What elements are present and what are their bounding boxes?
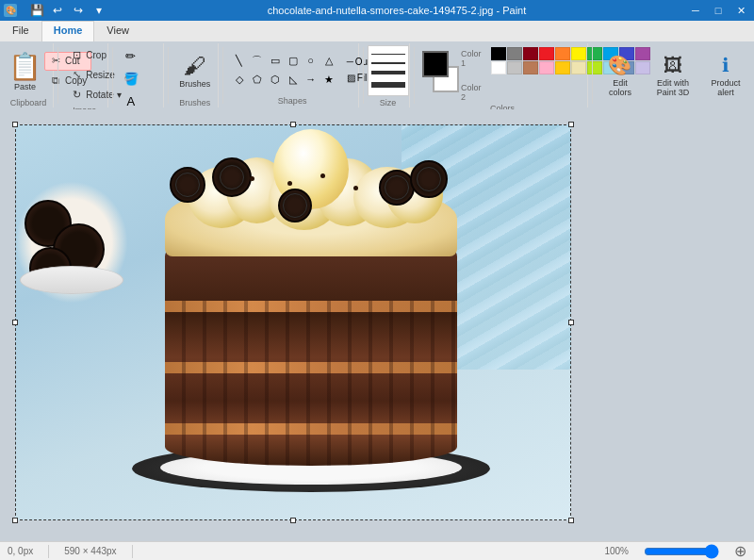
copy-icon: ⧉ <box>49 74 62 88</box>
paint3d-icon: 🖼 <box>664 55 682 76</box>
brushes-group: 🖌 Brushes Brushes <box>172 43 219 107</box>
size-selector[interactable] <box>368 45 409 96</box>
shape-rect[interactable]: ▭ <box>267 52 284 69</box>
handle-bottom-center[interactable] <box>290 518 296 523</box>
handle-middle-left[interactable] <box>12 320 18 325</box>
swatch-red[interactable] <box>539 47 554 60</box>
shapes-group: ╲ ⌒ ▭ ▢ ○ △ ◇ ⬠ ⬡ ◺ → ★ <box>227 43 359 107</box>
product-alert-icon: ℹ <box>722 54 729 76</box>
pencil-tool[interactable]: ✏ <box>121 45 141 66</box>
handle-top-center[interactable] <box>290 122 296 127</box>
product-alert-button[interactable]: ℹ Product alert <box>701 50 750 101</box>
handle-top-right[interactable] <box>568 122 574 127</box>
product-alert-label: Product alert <box>711 78 740 97</box>
image-group: ⊡ Crop ⤡ Resize ↻ Rotate ▾ Image <box>61 43 108 107</box>
paste-label: Paste <box>14 82 36 91</box>
swatch-darkred[interactable] <box>523 47 538 60</box>
status-zoom: 100% <box>604 546 629 556</box>
shape-arrow-right[interactable]: → <box>303 71 320 88</box>
handle-middle-right[interactable] <box>568 320 574 325</box>
swatch-gray[interactable] <box>507 47 522 60</box>
swatch-brown[interactable] <box>523 61 538 74</box>
cake-top <box>156 162 467 256</box>
main-area <box>0 109 754 541</box>
handle-bottom-right[interactable] <box>568 518 574 523</box>
shape-ellipse[interactable]: ○ <box>303 52 320 69</box>
swatch-lightgray[interactable] <box>507 61 522 74</box>
fill-tool[interactable]: 🪣 <box>121 68 141 89</box>
app-window: 🎨 💾 ↩ ↪ ▾ chocolate-and-nutella-smores-c… <box>0 0 754 560</box>
color2-label: Color 2 <box>461 83 485 102</box>
edit-colors-button[interactable]: 🎨 Edit colors <box>596 50 645 101</box>
quick-access-dropdown[interactable]: ▾ <box>90 2 107 19</box>
edit-colors-icon: 🎨 <box>608 54 631 76</box>
resize-icon: ⤡ <box>70 68 83 81</box>
swatch-cream[interactable] <box>571 61 586 74</box>
color1-box[interactable] <box>422 51 449 77</box>
brushes-group-label: Brushes <box>175 96 214 107</box>
redo-quick-btn[interactable]: ↪ <box>70 2 87 19</box>
shape-star[interactable]: ★ <box>320 71 337 88</box>
status-dimensions: 590 × 443px <box>64 546 116 556</box>
status-sep-1 <box>48 545 49 558</box>
shape-right-triangle[interactable]: ◺ <box>285 71 302 88</box>
handle-bottom-left[interactable] <box>12 518 18 523</box>
app-icon: 🎨 <box>4 4 17 17</box>
oreo-top-4 <box>410 160 448 198</box>
shape-hexagon[interactable]: ⬡ <box>267 71 284 88</box>
tab-home[interactable]: Home <box>41 21 95 41</box>
canvas-area <box>0 109 754 541</box>
close-button[interactable]: ✕ <box>731 3 750 18</box>
size-line-4 <box>371 82 405 88</box>
canvas-image[interactable] <box>15 124 571 520</box>
swatch-gold[interactable] <box>555 61 570 74</box>
swatch-black[interactable] <box>491 47 506 60</box>
shape-diamond[interactable]: ◇ <box>231 71 248 88</box>
edit-colors-label: Edit colors <box>609 78 631 97</box>
size-line-3 <box>371 71 405 74</box>
save-quick-btn[interactable]: 💾 <box>28 2 45 19</box>
status-coordinates: 0, 0px <box>8 546 33 556</box>
tab-file[interactable]: File <box>0 21 41 41</box>
shape-pentagon[interactable]: ⬠ <box>249 71 266 88</box>
oreo-top-5 <box>278 189 312 222</box>
shape-curve[interactable]: ⌒ <box>249 52 266 69</box>
crop-label: Crop <box>86 50 107 60</box>
size-line-1 <box>371 54 405 55</box>
swatch-yellow[interactable] <box>571 47 586 60</box>
tab-view[interactable]: View <box>94 21 141 41</box>
swatch-white[interactable] <box>491 61 506 74</box>
text-tool[interactable]: A <box>121 91 141 111</box>
resize-label: Resize <box>86 70 115 80</box>
brushes-icon: 🖌 <box>184 53 206 79</box>
cake-body <box>165 249 457 466</box>
swatch-orange[interactable] <box>555 47 570 60</box>
tools-group: ✏ 🪣 A ◻ 💧 🔍 Tools <box>117 43 164 107</box>
shape-triangle[interactable]: △ <box>320 52 337 69</box>
shape-line[interactable]: ╲ <box>231 52 248 69</box>
crumble-2 <box>287 181 292 186</box>
zoom-in-icon[interactable]: ⊕ <box>734 542 746 560</box>
colors-group: Color 1 Color 2 <box>418 43 588 107</box>
chocolate-drip <box>165 301 457 466</box>
edit-paint3d-button[interactable]: 🖼 Edit with Paint 3D <box>648 50 697 101</box>
zoom-slider[interactable] <box>644 545 719 558</box>
shapes-grid: ╲ ⌒ ▭ ▢ ○ △ ◇ ⬠ ⬡ ◺ → ★ <box>231 52 337 88</box>
shape-rect-round[interactable]: ▢ <box>285 52 302 69</box>
maximize-button[interactable]: □ <box>709 3 728 18</box>
clipboard-label: Clipboard <box>8 96 49 107</box>
undo-quick-btn[interactable]: ↩ <box>49 2 66 19</box>
crumble-1 <box>250 176 254 181</box>
size-group: Size <box>367 43 410 107</box>
paste-button[interactable]: 📋 Paste <box>8 45 42 96</box>
fill-icon: ▨ <box>347 73 355 83</box>
edit-paint3d-label: Edit with Paint 3D <box>657 78 690 97</box>
minimize-button[interactable]: ─ <box>686 3 705 18</box>
active-colors: Color 1 Color 2 <box>422 47 486 102</box>
crumble-4 <box>353 186 358 190</box>
outline-icon: ─ <box>347 57 353 67</box>
handle-top-left[interactable] <box>12 122 18 127</box>
brushes-button[interactable]: 🖌 Brushes <box>175 45 214 96</box>
swatch-pink[interactable] <box>539 61 554 74</box>
cut-icon: ✂ <box>49 55 62 68</box>
